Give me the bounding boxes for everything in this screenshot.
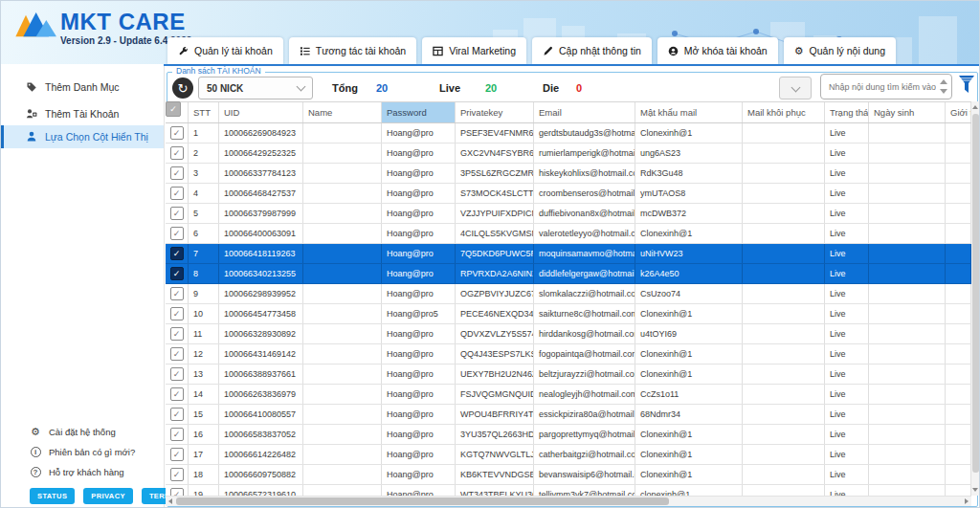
table-row[interactable]: ✓7100066418119263Hoang@pro7Q5DKD6PUWC5RC…: [166, 244, 971, 264]
row-checkbox[interactable]: ✓: [170, 126, 184, 140]
table-row[interactable]: ✓4100066468427537Hoang@proS73MOCK4SLCTTR…: [166, 184, 971, 204]
row-checkbox[interactable]: ✓: [170, 287, 184, 300]
row-checkbox[interactable]: ✓: [170, 166, 184, 180]
table-row[interactable]: ✓3100066337784123Hoang@pro3P5SL6ZRGCZMRV…: [166, 164, 971, 184]
nick-filter-dropdown[interactable]: 50 NICK: [198, 77, 313, 99]
tab-viral-marketing[interactable]: Viral Marketing: [422, 37, 526, 64]
vertical-scrollbar[interactable]: [971, 101, 980, 496]
row-checkbox[interactable]: ✓: [170, 146, 184, 160]
select-all-checkbox[interactable]: ✓: [166, 102, 181, 117]
row-checkbox-cell[interactable]: ✓: [166, 204, 189, 223]
table-row[interactable]: ✓1100066269084923Hoang@proPSEF3EV4FNMR6A…: [166, 123, 971, 144]
column-header-stt[interactable]: STT: [189, 102, 219, 122]
row-checkbox-cell[interactable]: ✓: [166, 385, 189, 404]
row-checkbox[interactable]: ✓: [170, 408, 184, 421]
table-row[interactable]: ✓6100066400063091Hoang@pro4CILQLS5KVGMSM…: [166, 224, 971, 244]
column-header-mail-khoi-phuc[interactable]: Mail khôi phục: [743, 102, 825, 122]
row-checkbox[interactable]: ✓: [170, 227, 184, 240]
tab-tuong-tac-tai-khoan[interactable]: Tương tác tài khoản: [289, 37, 416, 64]
column-header-trang-thai[interactable]: Trạng thái: [825, 102, 869, 122]
sidebar-item-lua-chon-cot-hien-thi[interactable]: Lựa Chọn Cột Hiển Thị: [1, 125, 164, 148]
table-row[interactable]: ✓5100066379987999Hoang@proVZJJYPUIFXDPIC…: [166, 204, 971, 224]
row-checkbox-cell[interactable]: ✓: [166, 284, 189, 303]
column-header-name[interactable]: Name: [303, 102, 382, 122]
row-checkbox[interactable]: ✓: [170, 387, 184, 401]
scroll-left-icon[interactable]: [168, 498, 172, 504]
filter-button[interactable]: [958, 75, 975, 99]
table-row[interactable]: ✓10100066454773458Hoang@pro5PECE46NEXQD3…: [166, 304, 971, 324]
row-checkbox[interactable]: ✓: [170, 428, 184, 441]
sidebar-item-them-danh-muc[interactable]: Thêm Danh Mục: [1, 76, 164, 99]
sidebar-item-phien-ban-co-gi-moi[interactable]: i Phiên bản có gì mới?: [1, 442, 164, 462]
table-row[interactable]: ✓12100066431469142Hoang@proQQ4J43ESPS7LK…: [166, 344, 971, 364]
tab-cap-nhat-thong-tin[interactable]: Cập nhật thông tin: [532, 37, 652, 64]
tab-mo-khoa-tai-khoan[interactable]: Mở khóa tài khoản: [657, 37, 778, 64]
row-checkbox-cell[interactable]: ✓: [166, 304, 189, 323]
row-checkbox-cell[interactable]: ✓: [166, 485, 189, 496]
column-header-mat-khau-mail[interactable]: Mật khẩu mail: [635, 102, 743, 122]
row-checkbox[interactable]: ✓: [170, 307, 184, 320]
column-header-ngay-sinh[interactable]: Ngày sinh: [869, 102, 946, 122]
row-checkbox-cell[interactable]: ✓: [166, 405, 189, 424]
row-checkbox-cell[interactable]: ✓: [166, 244, 189, 263]
privacy-button[interactable]: PRIVACY: [83, 488, 133, 504]
sidebar-item-them-tai-khoan[interactable]: Thêm Tài Khoản: [1, 102, 164, 125]
table-row[interactable]: ✓16100066583837052Hoang@pro3YU357QL2663H…: [166, 425, 971, 445]
row-checkbox-cell[interactable]: ✓: [166, 445, 189, 464]
row-checkbox[interactable]: ✓: [170, 207, 184, 220]
row-checkbox[interactable]: ✓: [170, 247, 184, 260]
row-checkbox-cell[interactable]: ✓: [166, 164, 189, 183]
row-checkbox-cell[interactable]: ✓: [166, 144, 189, 163]
cell-status: Live: [825, 284, 869, 303]
horizontal-scrollbar[interactable]: [166, 496, 971, 506]
table-row[interactable]: ✓9100066298939952Hoang@proOGZPBVIYJUZC67…: [166, 284, 971, 304]
scroll-right-icon[interactable]: [965, 498, 969, 504]
row-checkbox-cell[interactable]: ✓: [166, 364, 189, 384]
row-checkbox[interactable]: ✓: [170, 327, 184, 341]
horizontal-scroll-thumb[interactable]: [176, 497, 669, 505]
row-checkbox-cell[interactable]: ✓: [166, 264, 189, 283]
row-checkbox-cell[interactable]: ✓: [166, 344, 189, 364]
table-row[interactable]: ✓19100066572319610Hoang@proWT343TBELKYU3…: [166, 485, 971, 496]
status-button[interactable]: STATUS: [30, 488, 75, 504]
row-checkbox[interactable]: ✓: [170, 187, 184, 200]
sidebar-item-ho-tro-khach-hang[interactable]: ? Hỗ trợ khách hàng: [1, 462, 164, 482]
row-checkbox-cell[interactable]: ✓: [166, 465, 189, 484]
row-checkbox[interactable]: ✓: [170, 347, 184, 361]
row-checkbox[interactable]: ✓: [170, 488, 184, 496]
row-checkbox-cell[interactable]: ✓: [166, 184, 189, 203]
row-checkbox[interactable]: ✓: [170, 267, 184, 280]
row-checkbox[interactable]: ✓: [170, 448, 184, 461]
select-all-cell[interactable]: ✓: [166, 102, 189, 122]
table-row[interactable]: ✓2100066429252325Hoang@proGXC2VN4FSYBR6P…: [166, 144, 971, 164]
table-row[interactable]: ✓14100066263836979Hoang@proFSJVQGMGNQUID…: [166, 385, 971, 405]
search-scope-dropdown[interactable]: [779, 77, 812, 99]
search-input[interactable]: [820, 74, 952, 99]
table-row[interactable]: ✓17100066614226482Hoang@proKGTQ7NWVGLTLJ…: [166, 445, 971, 465]
column-header-gioi-tinh[interactable]: Giới tính: [946, 102, 971, 122]
row-checkbox[interactable]: ✓: [170, 367, 184, 381]
table-row[interactable]: ✓8100066340213255Hoang@proRPVRXDA2A6NINX…: [166, 264, 971, 284]
table-row[interactable]: ✓13100066388937661Hoang@proUEXY7BH2U2N46…: [166, 364, 971, 385]
table-row[interactable]: ✓15100066410080557Hoang@proWPOU4BFRRIY4T…: [166, 405, 971, 425]
sidebar-item-cai-dat-he-thong[interactable]: ⚙ Cài đặt hệ thống: [1, 422, 164, 442]
row-checkbox-cell[interactable]: ✓: [166, 224, 189, 243]
scroll-up-icon[interactable]: [972, 105, 978, 109]
tab-quan-ly-tai-khoan[interactable]: Quản lý tài khoản: [167, 37, 283, 64]
refresh-button[interactable]: ↻: [172, 77, 193, 99]
row-checkbox-cell[interactable]: ✓: [166, 123, 189, 143]
column-header-privatekey[interactable]: Privatekey: [456, 102, 534, 122]
row-checkbox-cell[interactable]: ✓: [166, 425, 189, 444]
row-checkbox-cell[interactable]: ✓: [166, 324, 189, 343]
row-checkbox[interactable]: ✓: [170, 468, 184, 481]
column-header-uid[interactable]: UID: [219, 102, 303, 122]
vertical-scroll-thumb[interactable]: [972, 114, 979, 473]
table-row[interactable]: ✓11100066328930892Hoang@proQDVXZVLZY5S57…: [166, 324, 971, 344]
scroll-down-icon[interactable]: [972, 488, 978, 492]
spinner-up-icon[interactable]: [940, 79, 947, 84]
column-header-email[interactable]: Email: [534, 102, 635, 122]
column-header-password[interactable]: Password: [382, 102, 456, 122]
tab-quan-ly-noi-dung[interactable]: ⚙ Quản lý nội dung: [784, 37, 896, 64]
spinner-down-icon[interactable]: [940, 89, 947, 94]
table-row[interactable]: ✓18100066609750882Hoang@proKB6KTEVVNDGSE…: [166, 465, 971, 485]
